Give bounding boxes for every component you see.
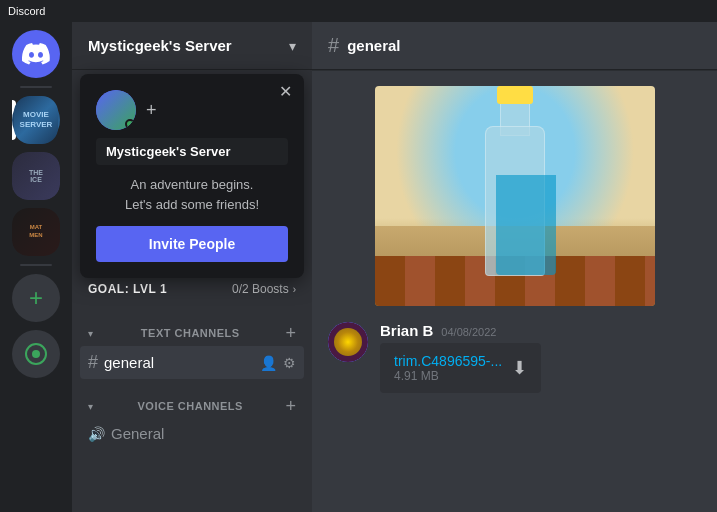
message-avatar	[328, 322, 368, 362]
server-popup: ✕ + Mysticgeek's Server An adventure beg…	[80, 74, 304, 278]
app-container: MOVIESERVER THEICE MATMEN +	[0, 22, 717, 512]
add-server-icon: +	[29, 284, 43, 312]
channel-action-icons: 👤 ⚙	[260, 355, 296, 371]
channel-header: # general	[312, 22, 717, 70]
main-content: # general	[312, 22, 717, 512]
message-timestamp: 04/08/2022	[441, 326, 496, 338]
online-indicator	[125, 119, 135, 129]
explore-button[interactable]	[12, 330, 60, 378]
vikings-logo-avatar	[328, 322, 368, 362]
file-info: trim.C4896595-... 4.91 MB	[394, 353, 502, 383]
channel-item-general[interactable]: # general 👤 ⚙	[80, 346, 304, 379]
goal-boosts-text: 0/2 Boosts	[232, 282, 289, 296]
message-author: Brian B	[380, 322, 433, 339]
invite-people-button[interactable]: Invite People	[96, 226, 288, 262]
server-icon-3[interactable]: MATMEN	[12, 208, 60, 256]
popup-close-button[interactable]: ✕	[279, 84, 292, 100]
goal-label: GOAL: LVL 1	[88, 282, 167, 296]
volume-icon: 🔊	[88, 426, 105, 442]
popup-description-text: An adventure begins.Let's add some frien…	[125, 177, 259, 212]
popup-server-avatar	[96, 90, 136, 130]
add-server-button[interactable]: +	[12, 274, 60, 322]
popup-description: An adventure begins.Let's add some frien…	[96, 175, 288, 214]
channel-header-hash-icon: #	[328, 34, 339, 57]
server-separator	[20, 86, 52, 88]
bottle	[475, 96, 555, 276]
goal-boosts-chevron-icon: ›	[293, 284, 296, 295]
server-header[interactable]: Mysticgeek's Server ▾	[72, 22, 312, 70]
text-channels-label: TEXT CHANNELS	[141, 327, 240, 339]
server-name: Mysticgeek's Server	[88, 37, 232, 54]
popup-plus-icon[interactable]: +	[146, 100, 157, 121]
server-icon-1[interactable]: MOVIESERVER	[12, 96, 60, 144]
add-voice-channel-icon[interactable]: +	[285, 397, 296, 415]
popup-server-name: Mysticgeek's Server	[96, 138, 288, 165]
channel-sidebar: Mysticgeek's Server ▾ ✕ + Mysticgeek's S…	[72, 22, 312, 512]
message-header: Brian B 04/08/2022	[380, 322, 701, 339]
title-bar: Discord	[0, 0, 717, 22]
add-text-channel-icon[interactable]: +	[285, 324, 296, 342]
file-name[interactable]: trim.C4896595-...	[394, 353, 502, 369]
voice-channels-chevron: ▾	[88, 401, 93, 412]
channel-settings-icon[interactable]: ⚙	[283, 355, 296, 371]
file-attachment: trim.C4896595-... 4.91 MB ⬇	[380, 343, 541, 393]
add-member-icon[interactable]: 👤	[260, 355, 277, 371]
title-bar-text: Discord	[8, 5, 45, 17]
server-icon-2[interactable]: THEICE	[12, 152, 60, 200]
channel-name-general: general	[104, 354, 254, 371]
channel-header-name: general	[347, 37, 400, 54]
discord-home-button[interactable]	[12, 30, 60, 78]
text-channels-section: ▾ TEXT CHANNELS + # general 👤 ⚙	[72, 308, 312, 381]
chat-photo	[375, 86, 655, 306]
message-row: Brian B 04/08/2022 trim.C4896595-... 4.9…	[328, 322, 701, 393]
goal-boosts[interactable]: 0/2 Boosts ›	[232, 282, 296, 296]
voice-channels-section: ▾ VOICE CHANNELS + 🔊 General	[72, 381, 312, 448]
message-content: Brian B 04/08/2022 trim.C4896595-... 4.9…	[380, 322, 701, 393]
server-list: MOVIESERVER THEICE MATMEN +	[0, 22, 72, 512]
server-separator-2	[20, 264, 52, 266]
voice-channel-general[interactable]: 🔊 General	[80, 419, 304, 448]
messages-area: Brian B 04/08/2022 trim.C4896595-... 4.9…	[312, 70, 717, 512]
server-1-wrapper: MOVIESERVER	[12, 96, 60, 144]
voice-channels-label: VOICE CHANNELS	[138, 400, 243, 412]
voice-channels-category[interactable]: ▾ VOICE CHANNELS +	[80, 381, 304, 419]
server-avatar-1: MOVIESERVER	[12, 96, 60, 144]
download-icon[interactable]: ⬇	[512, 357, 527, 379]
svg-point-1	[32, 350, 40, 358]
channel-hash-icon: #	[88, 352, 98, 373]
file-size: 4.91 MB	[394, 369, 502, 383]
bottle-cap	[497, 86, 533, 104]
text-channels-category[interactable]: ▾ TEXT CHANNELS +	[80, 308, 304, 346]
text-channels-chevron: ▾	[88, 328, 93, 339]
popup-icon-row: +	[96, 90, 288, 130]
voice-channel-name-general: General	[111, 425, 296, 442]
chat-image-container	[328, 86, 701, 306]
bottle-liquid	[496, 175, 556, 275]
bottle-body	[485, 126, 545, 276]
server-header-chevron-icon: ▾	[289, 38, 296, 54]
